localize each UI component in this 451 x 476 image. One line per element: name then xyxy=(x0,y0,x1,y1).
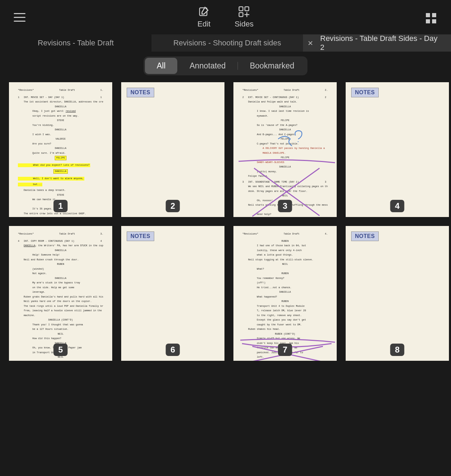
edit-label: Edit xyxy=(198,20,211,29)
svg-rect-3 xyxy=(239,13,243,17)
tab-label: Revisions - Table Draft xyxy=(38,39,114,47)
toolbar-center: Edit Sides xyxy=(198,6,254,29)
page-number-badge: 1 xyxy=(53,200,67,212)
sides-button[interactable]: Sides xyxy=(234,6,253,29)
script-content: "Revisions" Table Draft 3. 4 INT. COPY R… xyxy=(9,226,112,361)
page-thumbnail[interactable]: NOTES 2 xyxy=(121,82,224,217)
script-content: "Revisions" Table Draft 2. 2 EXT. MOVIE … xyxy=(233,82,337,217)
filter-bookmarked[interactable]: Bookmarked xyxy=(238,58,306,74)
tab-label: Revisions - Shooting Draft sides xyxy=(173,39,281,47)
page-number-badge: 3 xyxy=(278,200,292,212)
notes-badge: NOTES xyxy=(351,88,379,97)
tab-table-draft[interactable]: Revisions - Table Draft xyxy=(0,34,151,52)
svg-rect-1 xyxy=(239,7,243,11)
page-thumbnail[interactable]: "Revisions" Table Draft 2. 2 EXT. MOVIE … xyxy=(233,82,337,217)
page-grid: "Revisions" Table Draft 1. 1 INT. MOVIE … xyxy=(0,79,451,364)
top-toolbar: Edit Sides xyxy=(0,0,451,34)
tab-bar: Revisions - Table Draft Revisions - Shoo… xyxy=(0,34,451,52)
page-number-badge: 6 xyxy=(166,344,180,356)
page-number-badge: 4 xyxy=(390,200,404,212)
page-number-badge: 8 xyxy=(390,344,404,356)
tab-table-draft-sides-day-2[interactable]: × Revisions - Table Draft Sides - Day 2 xyxy=(303,34,451,52)
page-thumbnail[interactable]: NOTES 8 xyxy=(346,226,449,361)
filter-segmented-control: All Annotated Bookmarked xyxy=(144,56,307,75)
filter-bar: All Annotated Bookmarked xyxy=(0,52,451,79)
sides-icon xyxy=(238,6,250,18)
notes-badge: NOTES xyxy=(127,88,154,97)
sides-label: Sides xyxy=(234,20,253,29)
svg-rect-2 xyxy=(245,7,249,11)
page-number-badge: 7 xyxy=(278,344,292,356)
page-number-badge: 2 xyxy=(166,200,180,212)
notes-badge: NOTES xyxy=(351,231,379,241)
close-icon[interactable]: × xyxy=(308,38,313,48)
tab-shooting-draft-sides[interactable]: Revisions - Shooting Draft sides xyxy=(151,34,303,52)
script-content: "Revisions" Table Draft 1. 1 INT. MOVIE … xyxy=(9,82,112,217)
svg-rect-7 xyxy=(432,19,436,23)
notes-badge: NOTES xyxy=(127,231,154,241)
edit-icon xyxy=(198,6,210,18)
page-thumbnail[interactable]: NOTES 4 xyxy=(346,82,449,217)
script-content: "Revisions" Table Draft 4. RUBEN I had o… xyxy=(233,226,337,361)
svg-rect-5 xyxy=(432,13,436,17)
page-thumbnail[interactable]: "Revisions" Table Draft 4. RUBEN I had o… xyxy=(233,226,337,361)
filter-all[interactable]: All xyxy=(145,58,177,74)
page-thumbnail[interactable]: NOTES 6 xyxy=(121,226,224,361)
svg-rect-4 xyxy=(426,13,430,17)
tab-label: Revisions - Table Draft Sides - Day 2 xyxy=(320,34,441,52)
filter-annotated[interactable]: Annotated xyxy=(178,58,238,74)
page-number-badge: 5 xyxy=(53,344,67,356)
grid-view-icon[interactable] xyxy=(425,12,437,24)
menu-icon[interactable] xyxy=(14,10,28,24)
svg-rect-6 xyxy=(426,19,430,23)
page-thumbnail[interactable]: "Revisions" Table Draft 1. 1 INT. MOVIE … xyxy=(9,82,112,217)
page-thumbnail[interactable]: "Revisions" Table Draft 3. 4 INT. COPY R… xyxy=(9,226,112,361)
edit-button[interactable]: Edit xyxy=(198,6,211,29)
